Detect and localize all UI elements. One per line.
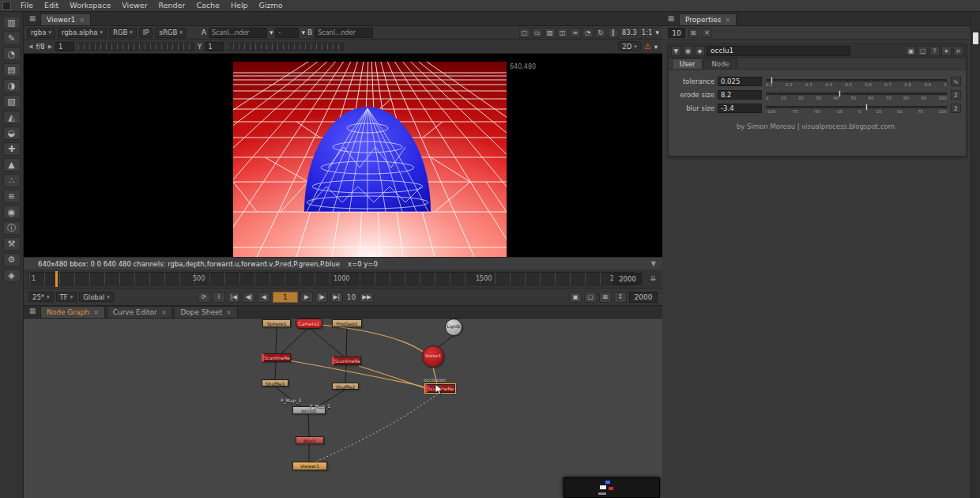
tab-curve-editor[interactable]: Curve Editor × — [107, 306, 173, 318]
clear-panels-icon[interactable]: ✕ — [702, 28, 712, 38]
tab-node-graph[interactable]: Node Graph × — [40, 306, 105, 318]
lock-panels-icon[interactable]: ⊠ — [688, 28, 699, 38]
current-frame-field[interactable]: 1 — [273, 292, 298, 303]
transform-icon[interactable]: ✚ — [3, 142, 21, 156]
animation-curve-icon[interactable]: ∿ — [951, 77, 961, 86]
max-panels-field[interactable]: 10 — [668, 28, 685, 38]
menu-edit[interactable]: Edit — [39, 0, 64, 11]
refresh-icon[interactable]: ↻ — [595, 28, 606, 38]
deep-icon[interactable]: ≋ — [3, 190, 21, 203]
goto-end-button[interactable]: ▶| — [330, 292, 343, 303]
filter-icon[interactable]: ▧ — [3, 95, 21, 108]
clip-test-icon[interactable]: ◔ — [582, 28, 594, 38]
merge-icon[interactable]: ◒ — [3, 126, 21, 140]
viewer-viewport[interactable]: 640,480 — [24, 54, 662, 257]
wipe-icon[interactable]: ◫ — [557, 28, 568, 38]
frame-range-icon[interactable]: ▣ — [569, 292, 582, 303]
gain-prev-icon[interactable]: ◀ — [28, 43, 32, 50]
checker-icon[interactable]: ▨ — [545, 28, 556, 38]
tab-dope-sheet[interactable]: Dope Sheet × — [174, 306, 237, 318]
play-button[interactable]: ▶ — [300, 292, 313, 303]
channel-count-button[interactable]: 2 — [951, 90, 961, 100]
gamma-value-field[interactable]: 1 — [205, 42, 224, 51]
color-icon[interactable]: ◑ — [3, 79, 21, 92]
playback-range-icon[interactable]: ▢ — [584, 292, 597, 303]
menu-viewer[interactable]: Viewer — [116, 0, 153, 11]
gain-next-icon[interactable]: ▶ — [48, 43, 52, 50]
scrollbar-thumb[interactable] — [973, 32, 978, 44]
pane-menu-icon[interactable]: ▦ — [27, 13, 38, 24]
node-shuffle-1[interactable]: Shuffle1 — [262, 379, 288, 387]
close-icon[interactable]: × — [725, 17, 730, 24]
channel-icon[interactable]: ▤ — [3, 63, 21, 77]
node-name-field[interactable]: occlu1 — [707, 46, 850, 56]
view-mode-select[interactable]: 2D▾ — [618, 41, 640, 51]
stereo-icon[interactable]: ≡ — [570, 28, 581, 38]
erode-size-slider[interactable]: 0102030405060708090100 — [766, 89, 947, 101]
close-icon[interactable]: × — [79, 17, 85, 24]
tf-select[interactable]: TF▾ — [56, 292, 77, 302]
prev-keyframe-button[interactable]: ◀| — [243, 292, 255, 303]
close-icon[interactable]: × — [93, 309, 99, 316]
time-icon[interactable]: ◔ — [3, 47, 21, 61]
zoom-ratio[interactable]: 1:1 — [642, 28, 653, 36]
pin-icon[interactable]: ∗ — [941, 46, 952, 56]
tolerance-slider[interactable]: 0.10.20.30.40.50.60.70.80.91 — [766, 76, 947, 88]
3d-icon[interactable]: ▲ — [3, 158, 21, 172]
node-camera[interactable]: Camera1 — [296, 319, 322, 329]
float-panel-icon[interactable]: ▢ — [918, 46, 928, 56]
input-b-select[interactable]: Scanl...nder — [315, 28, 373, 38]
gamma-slider[interactable] — [227, 43, 344, 51]
views-icon[interactable]: ◉ — [3, 206, 21, 219]
node-sphere[interactable]: Sphere1 — [262, 319, 291, 327]
timeline-track[interactable] — [28, 272, 634, 285]
node-graph-canvas[interactable]: Sphere1 Camera1 ProjGeo1 Light1 Scanline… — [24, 319, 662, 498]
right-scrollbar[interactable] — [971, 12, 980, 498]
node-scene[interactable]: Scene1 — [422, 345, 444, 368]
fps-select[interactable]: 25*▾ — [28, 292, 54, 302]
erode-size-value-field[interactable]: 8.2 — [718, 90, 762, 100]
blur-size-value-field[interactable]: -3.4 — [718, 104, 762, 113]
channels-select[interactable]: rgba▾ — [27, 28, 55, 38]
menu-cache[interactable]: Cache — [190, 0, 225, 11]
chevron-down-icon[interactable]: ▾ — [270, 28, 273, 36]
draw-icon[interactable]: ✎ — [3, 32, 21, 45]
node-scanline-render-2[interactable]: ScanlineRender2 — [332, 357, 361, 365]
input-a-select[interactable]: Scanl...nder — [209, 28, 267, 38]
blur-size-slider[interactable]: -100-75-50-250255075100 — [766, 103, 947, 115]
format-icon[interactable]: ▭ — [532, 28, 543, 38]
node-color-icon[interactable]: ◉ — [683, 46, 693, 56]
display-select[interactable]: RGB▾ — [109, 28, 137, 38]
collapse-icon[interactable]: ▼ — [671, 46, 681, 56]
pane-menu-icon[interactable]: ▦ — [27, 306, 38, 316]
other-icon[interactable]: ⚙ — [3, 253, 21, 266]
help-icon[interactable]: ? — [929, 46, 940, 56]
end-frame-field[interactable]: 2000 — [629, 292, 658, 303]
menu-gizmo[interactable]: Gizmo — [254, 0, 288, 11]
roi-icon[interactable]: ▢ — [519, 28, 530, 38]
close-icon[interactable]: × — [226, 309, 232, 316]
save-range-icon[interactable]: ↧ — [614, 292, 627, 303]
lut-select[interactable]: sRGB▾ — [155, 28, 186, 38]
node-blur[interactable]: Blur1 — [296, 436, 324, 444]
chevron-down-icon[interactable]: ▾ — [654, 43, 658, 51]
close-icon[interactable]: × — [161, 309, 167, 316]
node-projgeo[interactable]: ProjGeo1 — [332, 319, 362, 327]
range-end-field[interactable]: 2000 — [613, 273, 642, 285]
channel-count-button[interactable]: 2 — [951, 104, 961, 113]
toolsets-icon[interactable]: ⚒ — [3, 237, 21, 251]
menu-file[interactable]: File — [15, 0, 39, 11]
timeline-ruler[interactable]: 1 500 1000 1500 2000 2000 ⇊ — [24, 270, 662, 289]
tolerance-value-field[interactable]: 0.025 — [718, 77, 762, 86]
chevron-down-icon[interactable]: ▾ — [301, 28, 305, 36]
pause-icon[interactable]: ‖ — [608, 28, 619, 38]
metadata-icon[interactable]: ⓘ — [3, 221, 21, 235]
error-warning-icon[interactable]: ⚠ — [644, 42, 651, 51]
node-viewer[interactable]: Viewer1 — [292, 462, 327, 470]
close-icon[interactable]: × — [953, 46, 963, 56]
menu-workspace[interactable]: Workspace — [64, 0, 116, 11]
floating-mini-panel[interactable] — [564, 477, 660, 498]
alpha-select[interactable]: rgba.alpha▾ — [58, 28, 107, 38]
pane-menu-icon[interactable]: ▦ — [665, 13, 677, 24]
tab-user[interactable]: User — [672, 58, 703, 69]
